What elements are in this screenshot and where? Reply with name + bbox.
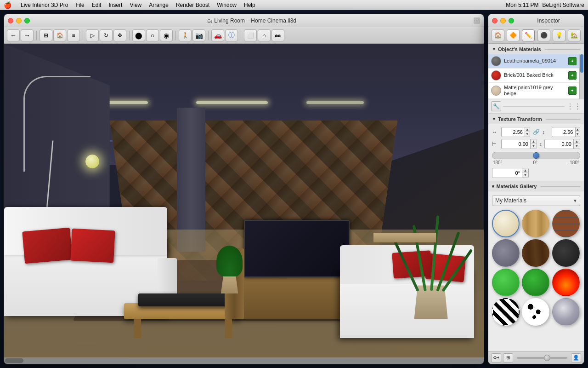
scale-x-input[interactable] bbox=[502, 128, 525, 136]
menu-insert[interactable]: Insert bbox=[108, 2, 122, 8]
person-button[interactable]: 👤 bbox=[571, 353, 581, 362]
material-icon-1[interactable]: ✦ bbox=[568, 57, 577, 65]
material-icon-2[interactable]: ✦ bbox=[568, 71, 577, 80]
thumb-zebra[interactable] bbox=[492, 298, 520, 326]
select-tool[interactable]: ▷ bbox=[86, 29, 99, 41]
render-outline[interactable]: ○ bbox=[146, 29, 159, 41]
materials-scrollbar-thumb[interactable] bbox=[580, 54, 583, 73]
grid-view-button[interactable]: ⊞ bbox=[503, 353, 513, 362]
menu-app[interactable]: Live Interior 3D Pro bbox=[21, 2, 68, 8]
grid-button[interactable]: ⬜ bbox=[244, 29, 257, 41]
thumb-cream[interactable] bbox=[492, 210, 520, 237]
back-button[interactable]: ← bbox=[7, 29, 20, 41]
move-tool[interactable]: ✥ bbox=[113, 29, 126, 41]
car-button[interactable]: 🚗 bbox=[211, 29, 224, 41]
tab-scene[interactable]: 🏡 bbox=[568, 29, 581, 41]
camera-button[interactable]: 📷 bbox=[192, 29, 205, 41]
menu-arrange[interactable]: Arrange bbox=[149, 2, 169, 8]
tab-materials[interactable]: 🔶 bbox=[507, 29, 520, 41]
angle-thumb[interactable] bbox=[533, 152, 539, 159]
settings-button[interactable]: ⚙+ bbox=[491, 353, 501, 362]
menu-file[interactable]: File bbox=[75, 2, 84, 8]
thumb-green-lime[interactable] bbox=[492, 269, 520, 296]
render-full[interactable]: ◉ bbox=[160, 29, 173, 41]
apple-menu[interactable]: 🍎 bbox=[4, 1, 11, 9]
info-button[interactable]: ⓘ bbox=[225, 29, 238, 41]
offset-y-down[interactable]: ▼ bbox=[574, 144, 580, 149]
close-button[interactable] bbox=[8, 18, 13, 23]
minimize-button[interactable] bbox=[16, 18, 22, 23]
material-item-3[interactable]: Matte paint/1019 grey beige ✦ bbox=[488, 83, 579, 99]
gallery-arrow: ■ bbox=[492, 184, 494, 189]
angle-up[interactable]: ▲ bbox=[522, 168, 528, 173]
offset-x-down[interactable]: ▼ bbox=[531, 144, 537, 149]
window-title: 🗂 Living Room – Home Cinema.li3d bbox=[33, 17, 471, 24]
material-item-1[interactable]: Leather/pamela_09014 ✦ bbox=[488, 54, 579, 69]
scene-scrollbar[interactable] bbox=[4, 357, 484, 364]
floorplan-button[interactable]: ⊞ bbox=[40, 29, 52, 41]
scale-y-down[interactable]: ▼ bbox=[576, 132, 580, 137]
thumb-brick[interactable] bbox=[552, 210, 580, 237]
size-slider[interactable] bbox=[517, 357, 567, 359]
thumb-dark[interactable] bbox=[552, 239, 580, 267]
scale-x-up[interactable]: ▲ bbox=[525, 127, 530, 132]
materials-scrollbar[interactable] bbox=[579, 54, 584, 99]
more-options[interactable]: ⋮⋮ bbox=[566, 102, 581, 111]
link-icon[interactable]: 🔗 bbox=[532, 129, 541, 135]
scale-y-up[interactable]: ▲ bbox=[576, 127, 580, 132]
thumb-green[interactable] bbox=[522, 269, 549, 296]
inspector-min[interactable] bbox=[500, 18, 506, 23]
menu-render[interactable]: Render Boost bbox=[176, 2, 209, 8]
scene-button[interactable]: 🏘 bbox=[271, 29, 284, 41]
offset-x-up[interactable]: ▲ bbox=[531, 139, 537, 144]
gallery-dropdown-row: My Materials All Materials Brick Wood Me… bbox=[488, 193, 584, 208]
thumb-spots[interactable] bbox=[522, 298, 549, 326]
thumb-fire[interactable] bbox=[552, 269, 580, 296]
inspector-content[interactable]: ▼ Object's Materials Leather/pamela_0901… bbox=[488, 44, 584, 351]
rotate-tool[interactable]: ↻ bbox=[100, 29, 113, 41]
angle-track[interactable] bbox=[492, 152, 580, 159]
scale-y-stepper: ▲ ▼ bbox=[575, 127, 580, 137]
menu-help[interactable]: Help bbox=[244, 2, 255, 8]
list-button[interactable]: ≡ bbox=[67, 29, 80, 41]
menu-window[interactable]: Window bbox=[217, 2, 237, 8]
angle-input[interactable] bbox=[492, 169, 522, 177]
eyedropper-tool[interactable]: 🔧 bbox=[491, 101, 501, 111]
inspector-close[interactable] bbox=[492, 18, 498, 23]
scale-y-icon: ↕ bbox=[543, 129, 550, 135]
tab-objects[interactable]: 🏠 bbox=[492, 29, 504, 41]
3d-scene[interactable] bbox=[4, 44, 484, 364]
angle-down[interactable]: ▼ bbox=[522, 173, 528, 178]
material-icon-3[interactable]: ✦ bbox=[568, 86, 577, 95]
inspector-max[interactable] bbox=[509, 18, 514, 23]
menu-edit[interactable]: Edit bbox=[92, 2, 102, 8]
walk-button[interactable]: 🚶 bbox=[179, 29, 192, 41]
offset-y-input[interactable] bbox=[545, 140, 573, 148]
offset-y-up[interactable]: ▲ bbox=[574, 139, 580, 144]
offset-x-input[interactable] bbox=[502, 140, 530, 148]
size-slider-thumb[interactable] bbox=[544, 355, 550, 361]
thumb-metal[interactable] bbox=[552, 298, 580, 326]
tab-sphere[interactable]: ⚫ bbox=[537, 29, 550, 41]
small-plant bbox=[215, 246, 244, 293]
tab-texture[interactable]: ✏️ bbox=[522, 29, 535, 41]
tools-group: ▷ ↻ ✥ bbox=[86, 29, 126, 41]
tab-light[interactable]: 💡 bbox=[553, 29, 565, 41]
thumb-stone[interactable] bbox=[492, 239, 520, 267]
3d-button[interactable]: 🏠 bbox=[53, 29, 66, 41]
render-ball[interactable]: ⬤ bbox=[132, 29, 145, 41]
scale-y-input[interactable] bbox=[552, 128, 575, 136]
thumb-wood-dark[interactable] bbox=[522, 239, 549, 267]
menu-view[interactable]: View bbox=[130, 2, 141, 8]
forward-button[interactable]: → bbox=[21, 29, 34, 41]
menubar: 🍎 Live Interior 3D Pro File Edit Insert … bbox=[0, 0, 588, 10]
material-item-2[interactable]: Brick/001 Baked Brick ✦ bbox=[488, 69, 579, 83]
collapse-button[interactable]: — bbox=[474, 17, 480, 24]
home-button[interactable]: ⌂ bbox=[258, 29, 271, 41]
maximize-button[interactable] bbox=[24, 18, 30, 23]
swatch-3 bbox=[491, 86, 501, 96]
thumb-wood-light[interactable] bbox=[522, 210, 549, 237]
scale-x-down[interactable]: ▼ bbox=[525, 132, 530, 137]
gallery-dropdown[interactable]: My Materials All Materials Brick Wood Me… bbox=[492, 195, 580, 206]
scrollbar-thumb[interactable] bbox=[5, 358, 23, 363]
